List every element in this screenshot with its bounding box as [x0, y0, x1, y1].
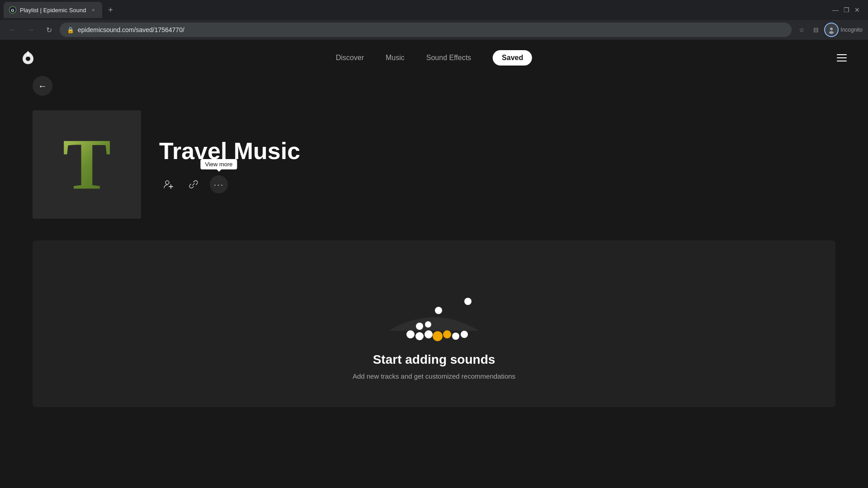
hamburger-menu-button[interactable]	[834, 50, 850, 66]
address-bar[interactable]: 🔒 epidemicsound.com/saved/17564770/	[60, 23, 792, 37]
hamburger-line-1	[837, 54, 847, 55]
svg-point-6	[26, 56, 30, 61]
active-tab[interactable]: G Playlist | Epidemic Sound ×	[4, 2, 102, 18]
bookmark-star-icon[interactable]: ☆	[795, 23, 808, 36]
hamburger-line-2	[837, 57, 847, 58]
app-content: Discover Music Sound Effects Saved ← T T…	[0, 40, 868, 488]
svg-point-4	[829, 31, 834, 34]
music-visualization	[371, 267, 497, 340]
hamburger-line-3	[837, 61, 847, 61]
empty-state-section: Start adding sounds Add new tracks and g…	[33, 240, 835, 407]
incognito-label: Incognito	[840, 27, 863, 33]
empty-state-subtitle: Add new tracks and get customized recomm…	[353, 372, 515, 380]
svg-point-19	[435, 307, 442, 314]
playlist-header: T Travel Music	[33, 110, 835, 219]
svg-text:G: G	[11, 8, 14, 13]
address-bar-row: ← → ↻ 🔒 epidemicsound.com/saved/17564770…	[0, 20, 868, 40]
empty-state-title: Start adding sounds	[373, 352, 495, 367]
new-tab-button[interactable]: +	[104, 4, 117, 16]
more-options-button[interactable]: ···	[210, 175, 228, 193]
nav-sound-effects[interactable]: Sound Effects	[426, 54, 471, 62]
svg-point-12	[425, 330, 433, 338]
page-content: ← T Travel Music	[0, 76, 868, 407]
back-button[interactable]: ←	[5, 23, 20, 37]
logo[interactable]	[18, 48, 38, 68]
nav-discover[interactable]: Discover	[336, 54, 364, 62]
svg-point-11	[415, 332, 424, 340]
tab-close-button[interactable]: ×	[90, 6, 97, 14]
lock-icon: 🔒	[67, 27, 74, 33]
minimize-button[interactable]: —	[832, 6, 839, 14]
top-nav: Discover Music Sound Effects Saved	[0, 40, 868, 76]
svg-point-7	[165, 181, 169, 184]
tab-favicon: G	[9, 6, 16, 14]
nav-right	[834, 50, 850, 66]
split-screen-icon[interactable]: ⊟	[810, 23, 822, 36]
svg-point-20	[464, 298, 472, 305]
nav-saved[interactable]: Saved	[493, 50, 532, 66]
playlist-cover-letter: T	[63, 128, 111, 201]
svg-point-14	[443, 330, 451, 338]
svg-point-16	[461, 331, 468, 338]
svg-point-3	[830, 28, 833, 30]
svg-point-17	[416, 323, 423, 330]
browser-chrome: G Playlist | Epidemic Sound × + — ❐ ✕ ← …	[0, 0, 868, 40]
window-controls: — ❐ ✕	[832, 6, 864, 14]
nav-music[interactable]: Music	[386, 54, 405, 62]
back-navigation-button[interactable]: ←	[33, 76, 52, 96]
close-window-button[interactable]: ✕	[854, 6, 861, 14]
view-more-tooltip: View more	[200, 159, 237, 169]
more-options-wrapper: ··· View more	[210, 175, 228, 193]
tab-title: Playlist | Epidemic Sound	[20, 7, 86, 14]
address-bar-actions: ☆ ⊟ Incognito	[795, 23, 863, 37]
svg-point-18	[425, 321, 431, 328]
tab-bar: G Playlist | Epidemic Sound × + — ❐ ✕	[0, 0, 868, 20]
url-text: epidemicsound.com/saved/17564770/	[78, 26, 784, 33]
forward-button[interactable]: →	[24, 23, 38, 37]
profile-button[interactable]	[824, 23, 839, 37]
svg-point-13	[433, 331, 443, 341]
svg-point-10	[406, 330, 415, 338]
playlist-info: Travel Music	[159, 110, 300, 193]
copy-link-button[interactable]	[184, 175, 203, 193]
playlist-cover-art: T	[33, 110, 141, 219]
add-collaborator-button[interactable]	[159, 175, 177, 193]
svg-point-15	[452, 333, 459, 340]
maximize-button[interactable]: ❐	[843, 6, 850, 14]
playlist-actions: ··· View more	[159, 175, 300, 193]
nav-links: Discover Music Sound Effects Saved	[336, 50, 532, 66]
reload-button[interactable]: ↻	[42, 23, 56, 37]
